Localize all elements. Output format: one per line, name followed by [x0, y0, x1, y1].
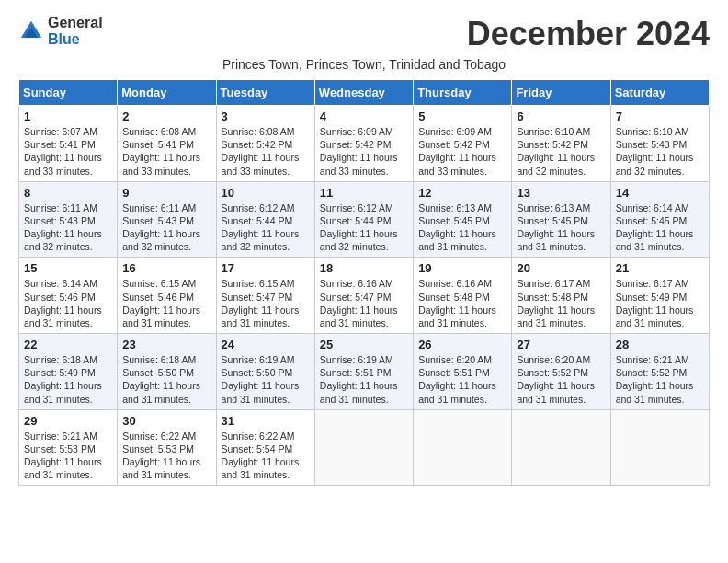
calendar-cell: 2 Sunrise: 6:08 AM Sunset: 5:41 PM Dayli…	[118, 106, 216, 182]
calendar-cell: 22 Sunrise: 6:18 AM Sunset: 5:49 PM Dayl…	[19, 334, 118, 410]
day-number: 30	[122, 414, 210, 428]
day-info: Sunrise: 6:21 AM Sunset: 5:53 PM Dayligh…	[24, 430, 112, 482]
logo-blue-text: Blue	[48, 31, 103, 48]
calendar-cell: 8 Sunrise: 6:11 AM Sunset: 5:43 PM Dayli…	[19, 181, 118, 258]
subtitle: Princes Town, Princes Town, Trinidad and…	[18, 57, 710, 72]
header-row: SundayMondayTuesdayWednesdayThursdayFrid…	[19, 80, 710, 106]
week-row: 29 Sunrise: 6:21 AM Sunset: 5:53 PM Dayl…	[19, 409, 710, 486]
calendar-cell: 17 Sunrise: 6:15 AM Sunset: 5:47 PM Dayl…	[216, 258, 314, 334]
day-info: Sunrise: 6:18 AM Sunset: 5:49 PM Dayligh…	[24, 353, 112, 406]
day-number: 8	[24, 186, 112, 200]
day-info: Sunrise: 6:19 AM Sunset: 5:51 PM Dayligh…	[320, 353, 408, 406]
calendar-cell: 23 Sunrise: 6:18 AM Sunset: 5:50 PM Dayl…	[118, 334, 216, 410]
day-number: 13	[517, 186, 605, 200]
day-number: 25	[320, 338, 408, 351]
day-info: Sunrise: 6:12 AM Sunset: 5:44 PM Dayligh…	[320, 201, 408, 254]
calendar-cell	[414, 409, 512, 486]
day-info: Sunrise: 6:13 AM Sunset: 5:45 PM Dayligh…	[517, 201, 605, 254]
calendar-cell: 6 Sunrise: 6:10 AM Sunset: 5:42 PM Dayli…	[512, 106, 610, 182]
day-number: 7	[616, 109, 704, 123]
day-info: Sunrise: 6:16 AM Sunset: 5:48 PM Dayligh…	[418, 277, 506, 329]
day-number: 22	[24, 338, 112, 351]
day-info: Sunrise: 6:11 AM Sunset: 5:43 PM Dayligh…	[122, 201, 210, 254]
day-number: 10	[222, 186, 310, 200]
col-header-thursday: Thursday	[414, 80, 512, 106]
day-number: 26	[418, 338, 506, 351]
day-number: 12	[418, 186, 506, 200]
calendar-cell: 12 Sunrise: 6:13 AM Sunset: 5:45 PM Dayl…	[414, 181, 512, 258]
calendar-cell: 10 Sunrise: 6:12 AM Sunset: 5:44 PM Dayl…	[216, 181, 314, 258]
calendar-cell: 15 Sunrise: 6:14 AM Sunset: 5:46 PM Dayl…	[19, 258, 118, 334]
calendar-cell: 26 Sunrise: 6:20 AM Sunset: 5:51 PM Dayl…	[414, 334, 512, 410]
day-info: Sunrise: 6:18 AM Sunset: 5:50 PM Dayligh…	[122, 353, 210, 406]
calendar-cell: 9 Sunrise: 6:11 AM Sunset: 5:43 PM Dayli…	[118, 181, 216, 258]
day-info: Sunrise: 6:21 AM Sunset: 5:52 PM Dayligh…	[616, 353, 704, 406]
day-info: Sunrise: 6:11 AM Sunset: 5:43 PM Dayligh…	[24, 201, 112, 254]
day-number: 21	[616, 261, 704, 275]
day-info: Sunrise: 6:16 AM Sunset: 5:47 PM Dayligh…	[320, 277, 408, 329]
day-number: 29	[24, 414, 112, 428]
logo-general-text: General	[48, 15, 103, 31]
calendar-cell: 24 Sunrise: 6:19 AM Sunset: 5:50 PM Dayl…	[216, 334, 314, 410]
day-info: Sunrise: 6:12 AM Sunset: 5:44 PM Dayligh…	[222, 201, 310, 254]
calendar-cell: 7 Sunrise: 6:10 AM Sunset: 5:43 PM Dayli…	[610, 106, 709, 182]
calendar-cell: 11 Sunrise: 6:12 AM Sunset: 5:44 PM Dayl…	[314, 181, 413, 258]
week-row: 1 Sunrise: 6:07 AM Sunset: 5:41 PM Dayli…	[19, 106, 710, 182]
logo-icon	[18, 18, 44, 44]
calendar-cell: 19 Sunrise: 6:16 AM Sunset: 5:48 PM Dayl…	[414, 258, 512, 334]
day-info: Sunrise: 6:09 AM Sunset: 5:42 PM Dayligh…	[418, 125, 506, 178]
week-row: 22 Sunrise: 6:18 AM Sunset: 5:49 PM Dayl…	[19, 334, 710, 410]
calendar-cell: 20 Sunrise: 6:17 AM Sunset: 5:48 PM Dayl…	[512, 258, 610, 334]
calendar-cell: 3 Sunrise: 6:08 AM Sunset: 5:42 PM Dayli…	[216, 106, 314, 182]
day-number: 16	[122, 261, 210, 275]
calendar-cell: 28 Sunrise: 6:21 AM Sunset: 5:52 PM Dayl…	[610, 334, 709, 410]
day-number: 2	[122, 109, 210, 123]
col-header-saturday: Saturday	[610, 80, 709, 106]
day-number: 9	[122, 186, 210, 200]
calendar-cell: 18 Sunrise: 6:16 AM Sunset: 5:47 PM Dayl…	[314, 258, 413, 334]
day-info: Sunrise: 6:22 AM Sunset: 5:53 PM Dayligh…	[122, 430, 210, 482]
day-info: Sunrise: 6:10 AM Sunset: 5:43 PM Dayligh…	[616, 125, 704, 178]
header: General Blue December 2024	[18, 15, 710, 53]
calendar-cell: 27 Sunrise: 6:20 AM Sunset: 5:52 PM Dayl…	[512, 334, 610, 410]
day-number: 15	[24, 261, 112, 275]
col-header-tuesday: Tuesday	[216, 80, 314, 106]
day-number: 18	[320, 261, 408, 275]
calendar-cell: 16 Sunrise: 6:15 AM Sunset: 5:46 PM Dayl…	[118, 258, 216, 334]
day-info: Sunrise: 6:19 AM Sunset: 5:50 PM Dayligh…	[222, 353, 310, 406]
calendar-cell: 1 Sunrise: 6:07 AM Sunset: 5:41 PM Dayli…	[19, 106, 118, 182]
calendar-cell: 5 Sunrise: 6:09 AM Sunset: 5:42 PM Dayli…	[414, 106, 512, 182]
week-row: 15 Sunrise: 6:14 AM Sunset: 5:46 PM Dayl…	[19, 258, 710, 334]
day-number: 20	[517, 261, 605, 275]
calendar-cell: 21 Sunrise: 6:17 AM Sunset: 5:49 PM Dayl…	[610, 258, 709, 334]
month-title: December 2024	[467, 15, 710, 53]
day-number: 19	[418, 261, 506, 275]
calendar-table: SundayMondayTuesdayWednesdayThursdayFrid…	[18, 79, 710, 486]
day-number: 31	[222, 414, 310, 428]
day-info: Sunrise: 6:08 AM Sunset: 5:42 PM Dayligh…	[222, 125, 310, 178]
day-number: 1	[24, 109, 112, 123]
day-info: Sunrise: 6:08 AM Sunset: 5:41 PM Dayligh…	[122, 125, 210, 178]
day-info: Sunrise: 6:20 AM Sunset: 5:51 PM Dayligh…	[418, 353, 506, 406]
day-number: 4	[320, 109, 408, 123]
day-info: Sunrise: 6:13 AM Sunset: 5:45 PM Dayligh…	[418, 201, 506, 254]
calendar-cell: 14 Sunrise: 6:14 AM Sunset: 5:45 PM Dayl…	[610, 181, 709, 258]
day-number: 17	[222, 261, 310, 275]
calendar-cell	[512, 409, 610, 486]
calendar-cell: 31 Sunrise: 6:22 AM Sunset: 5:54 PM Dayl…	[216, 409, 314, 486]
calendar-cell: 4 Sunrise: 6:09 AM Sunset: 5:42 PM Dayli…	[314, 106, 413, 182]
day-number: 11	[320, 186, 408, 200]
day-info: Sunrise: 6:10 AM Sunset: 5:42 PM Dayligh…	[517, 125, 605, 178]
calendar-cell	[610, 409, 709, 486]
calendar-cell	[314, 409, 413, 486]
day-number: 24	[222, 338, 310, 351]
col-header-friday: Friday	[512, 80, 610, 106]
day-number: 23	[122, 338, 210, 351]
day-info: Sunrise: 6:22 AM Sunset: 5:54 PM Dayligh…	[222, 430, 310, 482]
day-info: Sunrise: 6:17 AM Sunset: 5:49 PM Dayligh…	[616, 277, 704, 329]
col-header-wednesday: Wednesday	[314, 80, 413, 106]
calendar-cell: 13 Sunrise: 6:13 AM Sunset: 5:45 PM Dayl…	[512, 181, 610, 258]
day-number: 27	[517, 338, 605, 351]
day-info: Sunrise: 6:07 AM Sunset: 5:41 PM Dayligh…	[24, 125, 112, 178]
calendar-cell: 25 Sunrise: 6:19 AM Sunset: 5:51 PM Dayl…	[314, 334, 413, 410]
